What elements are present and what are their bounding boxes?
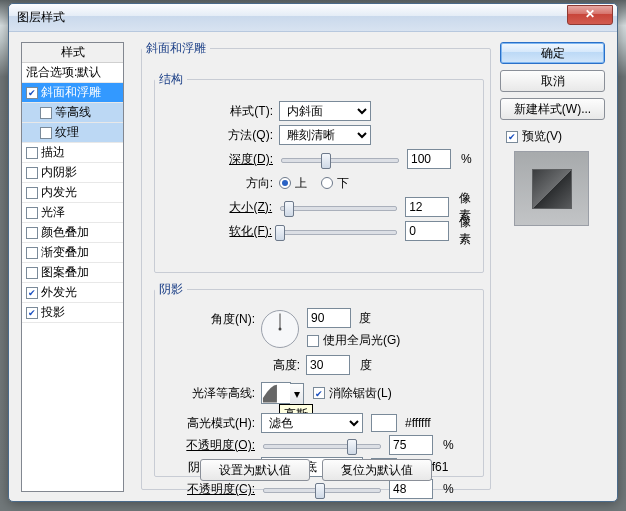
shadow-opacity-slider[interactable] <box>263 481 381 497</box>
highlight-color-swatch[interactable] <box>371 414 397 432</box>
anti-alias-checkbox[interactable] <box>313 387 325 399</box>
angle-label: 角度(N): <box>155 308 255 328</box>
technique-label: 方法(Q): <box>155 127 273 144</box>
direction-label: 方向: <box>155 175 273 192</box>
soften-slider[interactable] <box>280 223 397 239</box>
sidebar-item-label: 颜色叠加 <box>41 223 89 242</box>
sidebar-item-checkbox[interactable] <box>40 127 52 139</box>
technique-select[interactable]: 雕刻清晰 <box>279 125 371 145</box>
sidebar-item-11[interactable]: 外发光 <box>22 283 123 303</box>
shadow-opacity-unit: % <box>443 482 454 496</box>
depth-slider[interactable] <box>281 151 399 167</box>
right-column: 确定 取消 新建样式(W)... 预览(V) <box>500 42 605 226</box>
sidebar-item-1[interactable]: 斜面和浮雕 <box>22 83 123 103</box>
sidebar-item-7[interactable]: 光泽 <box>22 203 123 223</box>
window-title: 图层样式 <box>17 9 567 26</box>
sidebar-item-9[interactable]: 渐变叠加 <box>22 243 123 263</box>
sidebar-item-10[interactable]: 图案叠加 <box>22 263 123 283</box>
sidebar-item-3[interactable]: 纹理 <box>22 123 123 143</box>
highlight-opacity-slider[interactable] <box>263 437 381 453</box>
size-input[interactable] <box>405 197 449 217</box>
gloss-contour-picker[interactable]: ▾ <box>261 382 291 404</box>
sidebar-item-label: 内阴影 <box>41 163 77 182</box>
sidebar-item-checkbox[interactable] <box>26 227 38 239</box>
sidebar-item-4[interactable]: 描边 <box>22 143 123 163</box>
reset-default-button[interactable]: 复位为默认值 <box>322 459 432 481</box>
shading-legend: 阴影 <box>155 281 187 298</box>
sidebar-item-checkbox[interactable] <box>26 147 38 159</box>
sidebar-item-label: 内发光 <box>41 183 77 202</box>
sidebar-header: 样式 <box>22 43 123 63</box>
highlight-opacity-unit: % <box>443 438 454 452</box>
sidebar-item-label: 描边 <box>41 143 65 162</box>
depth-unit: % <box>461 152 472 166</box>
ok-button[interactable]: 确定 <box>500 42 605 64</box>
sidebar-item-5[interactable]: 内阴影 <box>22 163 123 183</box>
soften-unit: 像素 <box>459 214 483 248</box>
sidebar-item-label: 等高线 <box>55 103 91 122</box>
structure-legend: 结构 <box>155 71 187 88</box>
sidebar-item-label: 斜面和浮雕 <box>41 83 101 102</box>
shading-group: 阴影 角度(N): 度 使用全局光(G) <box>154 281 484 477</box>
preview-checkbox[interactable] <box>506 131 518 143</box>
sidebar-item-checkbox[interactable] <box>26 307 38 319</box>
close-button[interactable]: ✕ <box>567 5 613 25</box>
depth-input[interactable] <box>407 149 451 169</box>
sidebar-item-checkbox[interactable] <box>26 287 38 299</box>
sidebar-item-2[interactable]: 等高线 <box>22 103 123 123</box>
style-select[interactable]: 内斜面 <box>279 101 371 121</box>
sidebar-item-label: 纹理 <box>55 123 79 142</box>
angle-input[interactable] <box>307 308 351 328</box>
chevron-down-icon[interactable]: ▾ <box>290 383 304 405</box>
soften-label: 软化(F): <box>155 223 272 240</box>
sidebar-item-checkbox[interactable] <box>26 87 38 99</box>
direction-up-radio[interactable] <box>279 177 291 189</box>
soften-input[interactable] <box>405 221 449 241</box>
highlight-color-text: #ffffff <box>405 416 431 430</box>
preview-label: 预览(V) <box>522 128 562 145</box>
depth-label: 深度(D): <box>155 151 273 168</box>
angle-dial[interactable] <box>261 310 299 348</box>
sidebar-item-6[interactable]: 内发光 <box>22 183 123 203</box>
global-light-checkbox[interactable] <box>307 335 319 347</box>
gloss-contour-label: 光泽等高线: <box>155 385 255 402</box>
altitude-label: 高度: <box>155 357 300 374</box>
sidebar-item-0[interactable]: 混合选项:默认 <box>22 63 123 83</box>
direction-down-radio[interactable] <box>321 177 333 189</box>
structure-group: 结构 样式(T): 内斜面 方法(Q): 雕刻清晰 深度(D): % 方向: <box>154 71 484 273</box>
new-style-button[interactable]: 新建样式(W)... <box>500 98 605 120</box>
sidebar-item-label: 光泽 <box>41 203 65 222</box>
sidebar-item-checkbox[interactable] <box>26 167 38 179</box>
size-slider[interactable] <box>280 199 397 215</box>
anti-alias-label: 消除锯齿(L) <box>329 385 392 402</box>
shadow-opacity-label: 不透明度(C): <box>155 481 255 498</box>
make-default-button[interactable]: 设置为默认值 <box>200 459 310 481</box>
angle-unit: 度 <box>359 310 371 327</box>
bevel-emboss-legend: 斜面和浮雕 <box>142 40 210 57</box>
sidebar-item-checkbox[interactable] <box>26 187 38 199</box>
shadow-opacity-input[interactable] <box>389 479 433 499</box>
sidebar-item-checkbox[interactable] <box>26 247 38 259</box>
sidebar-item-checkbox[interactable] <box>26 207 38 219</box>
highlight-mode-select[interactable]: 滤色 <box>261 413 363 433</box>
close-icon: ✕ <box>585 7 595 21</box>
sidebar-item-label: 外发光 <box>41 283 77 302</box>
cancel-button[interactable]: 取消 <box>500 70 605 92</box>
layer-style-dialog: 图层样式 ✕ 样式 混合选项:默认斜面和浮雕等高线纹理描边内阴影内发光光泽颜色叠… <box>8 3 618 502</box>
highlight-opacity-input[interactable] <box>389 435 433 455</box>
titlebar[interactable]: 图层样式 ✕ <box>9 4 617 32</box>
styles-sidebar: 样式 混合选项:默认斜面和浮雕等高线纹理描边内阴影内发光光泽颜色叠加渐变叠加图案… <box>21 42 124 492</box>
direction-down-label: 下 <box>337 175 349 192</box>
direction-up-label: 上 <box>295 175 307 192</box>
sidebar-item-12[interactable]: 投影 <box>22 303 123 323</box>
highlight-mode-label: 高光模式(H): <box>155 415 255 432</box>
sidebar-item-checkbox[interactable] <box>26 267 38 279</box>
altitude-input[interactable] <box>306 355 350 375</box>
sidebar-item-label: 投影 <box>41 303 65 322</box>
sidebar-item-checkbox[interactable] <box>40 107 52 119</box>
bevel-emboss-group: 斜面和浮雕 结构 样式(T): 内斜面 方法(Q): 雕刻清晰 深度(D): % <box>141 40 491 490</box>
highlight-opacity-label: 不透明度(O): <box>155 437 255 454</box>
style-preview <box>514 151 589 226</box>
sidebar-item-8[interactable]: 颜色叠加 <box>22 223 123 243</box>
global-light-label: 使用全局光(G) <box>323 332 400 349</box>
